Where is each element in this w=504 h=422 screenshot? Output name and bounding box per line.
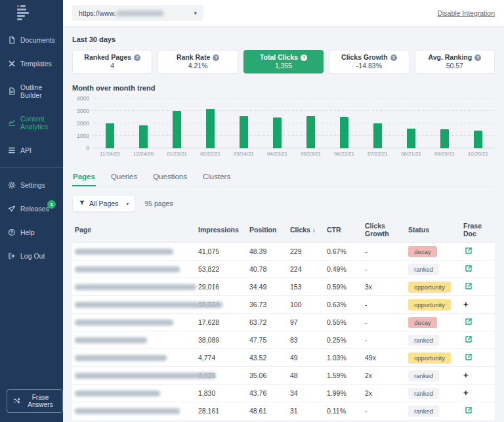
open-frase-doc-button[interactable] [463,334,474,347]
open-frase-doc-button[interactable] [463,352,474,364]
tab-queries[interactable]: Queries [110,170,138,186]
table-row[interactable]: 53,82240.782240.49%-ranked [72,261,495,278]
open-frase-doc-button[interactable] [463,316,474,329]
table-row[interactable]: 17,62863.72970.55%-decay [72,314,495,331]
frase-logo-icon[interactable] [0,0,63,28]
sort-desc-icon: ↓ [310,226,316,234]
tab-pages[interactable]: Pages [72,170,96,186]
content: Last 30 days Ranked Pages?4Rank Rate?4.2… [63,26,504,422]
impressions-cell: 53,822 [196,261,247,278]
stat-card-avg-ranking[interactable]: Avg. Ranking?50.57 [415,50,495,74]
site-url-redacted [116,11,163,16]
table-row[interactable]: 38,08947.75830.25%-ranked [72,331,495,349]
column-header-frase-doc[interactable]: Frase Doc [461,219,495,243]
page-cell [72,243,196,261]
stat-card-ranked-pages[interactable]: Ranked Pages?4 [72,50,152,74]
bar-column[interactable] [428,98,461,148]
position-cell: 48.61 [247,402,287,420]
position-cell: 43.76 [247,385,287,402]
sidebar-item-content-analytics[interactable]: Content Analytics [0,107,63,138]
bar-column[interactable] [93,98,127,148]
stat-card-label: Clicks Growth? [341,53,397,62]
sidebar-item-settings[interactable]: Settings [0,173,63,197]
table-row[interactable]: 15,93436.731000.63%-opportunity+ [72,296,495,314]
create-frase-doc-button[interactable]: + [463,301,469,308]
open-frase-doc-button[interactable] [463,281,474,293]
status-badge: ranked [408,388,439,399]
disable-integration-link[interactable]: Disable Integration [437,9,495,17]
column-header-page[interactable]: Page [72,219,196,243]
open-frase-doc-button[interactable] [463,405,474,417]
table-header-row: PageImpressionsPositionClicks ↓CTRClicks… [72,219,495,243]
bar-column[interactable] [327,98,361,148]
bar-09-20-21 [440,129,449,148]
tab-clusters[interactable]: Clusters [202,170,231,186]
create-frase-doc-button[interactable]: + [463,390,469,396]
frase-answers-button[interactable]: Frase Answers [7,389,63,413]
column-header-clicks-growth[interactable]: Clicks Growth [362,219,406,243]
bar-column[interactable] [361,98,394,148]
sidebar-item-documents[interactable]: Documents [0,28,63,52]
open-frase-doc-button[interactable] [463,263,474,276]
sidebar-item-releases[interactable]: Releases1 [0,197,63,221]
column-header-position[interactable]: Position [247,219,287,243]
site-url-dropdown[interactable]: https://www. ▾ [72,5,203,21]
column-header-clicks[interactable]: Clicks ↓ [287,219,324,243]
table-row[interactable]: 3,02635.06481.59%2xranked+ [72,367,495,385]
bar-column[interactable] [227,98,261,148]
stat-cards: Ranked Pages?4Rank Rate?4.21%Total Click… [72,50,495,74]
sidebar-divider [0,167,63,168]
x-axis-tick: 06/22/21 [327,151,361,157]
stat-card-total-clicks[interactable]: Total Clicks?1,355 [243,50,324,74]
x-axis-tick: 11/24/20 [93,151,127,157]
bar-column[interactable] [261,98,294,148]
status-cell: ranked [406,261,461,278]
analytics-icon [8,119,16,127]
table-row[interactable]: 28,16148.61310.11%-ranked [72,402,495,420]
templates-icon [8,60,16,68]
create-frase-doc-button[interactable]: + [463,372,469,379]
bar-12-24-20 [139,125,148,148]
tab-questions[interactable]: Questions [152,170,188,186]
clicks-growth-cell: 3x [362,278,406,296]
sidebar-item-help[interactable]: Help [0,221,63,244]
x-axis-tick: 09/20/21 [428,151,461,157]
table-row[interactable]: 29,01634.491530.59%3xopportunity [72,278,495,296]
clicks-cell: 48 [287,367,324,385]
sidebar-item-label: Outline Builder [20,83,63,99]
sidebar-item-templates[interactable]: Templates [0,52,63,75]
frase-doc-cell: + [461,367,495,385]
trend-chart: 01000200030004000 [72,98,495,148]
pages-filter-dropdown[interactable]: All Pages ▾ [72,195,135,212]
chart-plot-area [93,98,495,148]
table-row[interactable]: 1,83043.76341.99%2xranked+ [72,385,495,402]
table-row[interactable]: 4,77443.52491.03%49xopportunity [72,349,495,367]
sidebar-item-log-out[interactable]: Log Out [0,244,63,268]
bar-column[interactable] [294,98,327,148]
column-header-ctr[interactable]: CTR [324,219,362,243]
column-header-status[interactable]: Status [406,219,461,243]
stat-card-clicks-growth[interactable]: Clicks Growth?-14.83% [329,50,409,74]
clicks-cell: 153 [287,278,324,296]
help-icon: ? [213,54,219,61]
stat-card-title: Rank Rate [177,53,210,62]
open-frase-doc-button[interactable] [463,245,474,258]
bar-column[interactable] [194,98,227,148]
stat-card-rank-rate[interactable]: Rank Rate?4.21% [158,50,238,74]
page-cell [72,296,196,314]
bar-column[interactable] [160,98,194,148]
page-cell [72,402,196,420]
sidebar-item-outline-builder[interactable]: Outline Builder [0,75,63,107]
page-title-redacted [75,302,222,308]
external-link-icon [465,247,472,257]
bar-column[interactable] [127,98,160,148]
page-cell [72,331,196,349]
bar-column[interactable] [461,98,495,148]
frase-doc-cell [461,349,495,367]
table-row[interactable]: 41,07548.392290.67%-decay [72,243,495,261]
sidebar-item-api[interactable]: API [0,138,63,162]
column-header-impressions[interactable]: Impressions [196,219,247,243]
shuffle-icon [13,397,20,406]
status-badge: ranked [408,370,439,381]
bar-column[interactable] [394,98,428,148]
